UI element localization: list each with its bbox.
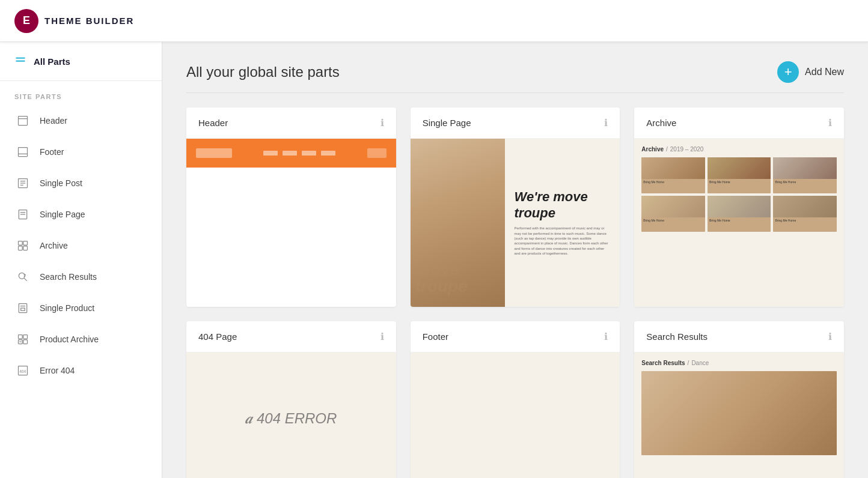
- single-product-label: Single Product: [40, 303, 94, 313]
- card-preview-footer: [411, 352, 620, 478]
- info-icon-single-page[interactable]: ℹ: [604, 117, 608, 129]
- all-parts-nav-item[interactable]: All Parts: [0, 42, 162, 81]
- footer-label: Footer: [40, 147, 64, 157]
- archive-item-4: Bring Me Home: [641, 196, 705, 232]
- sidebar-item-footer[interactable]: Footer: [0, 136, 162, 168]
- card-title-header: Header: [198, 118, 228, 128]
- preview-logo: [196, 148, 232, 158]
- logo-icon: E: [14, 9, 38, 33]
- add-new-label: Add New: [805, 67, 844, 77]
- svg-point-17: [19, 273, 25, 279]
- archive-preview: Archive / 2019 – 2020 Bring Me Home Brin…: [634, 139, 844, 307]
- archive-img-5: [708, 196, 771, 217]
- svg-rect-15: [19, 246, 23, 250]
- svg-rect-13: [19, 241, 23, 246]
- card-header-search-results: Search Results ℹ: [634, 321, 844, 352]
- card-title-footer: Footer: [423, 331, 448, 342]
- single-page-preview: We're move troupe Performed with the acc…: [411, 139, 620, 307]
- search-results-icon: [14, 268, 31, 285]
- svg-line-18: [24, 278, 27, 281]
- sidebar-item-archive[interactable]: Archive: [0, 230, 162, 261]
- archive-item-5: Bring Me Home: [708, 196, 771, 232]
- header-label: Header: [40, 116, 67, 126]
- single-page-icon: [14, 206, 31, 223]
- info-icon-404[interactable]: ℹ: [381, 331, 384, 342]
- svg-rect-25: [23, 335, 28, 339]
- card-header-single-page: Single Page ℹ: [411, 107, 620, 139]
- app-title: THEME BUILDER: [44, 16, 134, 26]
- card-title-single-page: Single Page: [423, 118, 471, 128]
- add-new-button[interactable]: + Add New: [777, 61, 844, 83]
- sidebar-item-error-404[interactable]: 404 Error 404: [0, 355, 162, 386]
- error-404-icon: 404: [14, 362, 31, 379]
- 404-preview: 𝒂 404 ERROR: [186, 352, 396, 478]
- card-preview-404: 𝒂 404 ERROR: [186, 352, 396, 478]
- layout: All Parts SITE PARTS Header Footer: [0, 0, 868, 478]
- svg-rect-14: [23, 241, 28, 246]
- card-header-header: Header ℹ: [186, 107, 396, 139]
- archive-item-1: Bring Me Home: [641, 157, 705, 193]
- single-post-icon: [14, 175, 31, 192]
- footer-card[interactable]: Footer ℹ: [411, 321, 620, 478]
- search-results-preview: Search Results / Dance: [634, 352, 844, 478]
- card-title-404: 404 Page: [198, 331, 237, 342]
- sidebar-item-header[interactable]: Header: [0, 105, 162, 136]
- preview-nav: [263, 151, 335, 156]
- archive-img-3: [773, 157, 837, 179]
- error-404-label: Error 404: [40, 366, 75, 375]
- info-icon-search-results[interactable]: ℹ: [828, 331, 832, 342]
- single-post-label: Single Post: [40, 178, 82, 188]
- card-preview-single-page: We're move troupe Performed with the acc…: [411, 139, 620, 307]
- hamburger-icon: [14, 54, 26, 68]
- header-card[interactable]: Header ℹ: [186, 107, 396, 307]
- nav-dot-4: [321, 151, 335, 156]
- card-header-404: 404 Page ℹ: [186, 321, 396, 352]
- svg-rect-16: [23, 246, 28, 250]
- archive-grid: Bring Me Home Bring Me Home Bring Me Hom…: [641, 157, 837, 232]
- svg-rect-24: [19, 335, 23, 339]
- archive-item-6: Bring Me Home: [773, 196, 837, 232]
- product-archive-label: Product Archive: [40, 334, 99, 344]
- sidebar-item-single-product[interactable]: Single Product: [0, 292, 162, 324]
- preview-watermark: movetroupe: [415, 261, 468, 295]
- archive-icon: [14, 237, 31, 254]
- site-parts-section-label: SITE PARTS: [0, 81, 162, 105]
- archive-img-4: [641, 196, 705, 217]
- svg-rect-4: [19, 148, 28, 157]
- cards-grid: Header ℹ: [186, 107, 844, 478]
- main-header: All your global site parts + Add New: [186, 61, 844, 93]
- info-icon-archive[interactable]: ℹ: [828, 117, 832, 129]
- info-icon-header[interactable]: ℹ: [381, 117, 384, 129]
- nav-dot-1: [263, 151, 278, 156]
- single-page-card[interactable]: Single Page ℹ We're move troupe Performe…: [411, 107, 620, 307]
- archive-item-3: Bring Me Home: [773, 157, 837, 193]
- search-results-label: Search Results: [40, 272, 97, 282]
- nav-dot-2: [283, 151, 297, 156]
- sidebar: All Parts SITE PARTS Header Footer: [0, 42, 162, 478]
- search-title-bar: Search Results / Dance: [641, 360, 837, 366]
- archive-label: Archive: [40, 241, 68, 250]
- all-parts-label: All Parts: [34, 56, 70, 67]
- search-results-card[interactable]: Search Results ℹ Search Results / Dance: [634, 321, 844, 478]
- archive-item-2: Bring Me Home: [708, 157, 771, 193]
- sidebar-item-single-page[interactable]: Single Page: [0, 199, 162, 230]
- sidebar-item-product-archive[interactable]: Product Archive: [0, 324, 162, 355]
- svg-text:404: 404: [19, 369, 26, 374]
- card-header-archive: Archive ℹ: [634, 107, 844, 139]
- card-preview-search-results: Search Results / Dance: [634, 352, 844, 478]
- card-preview-archive: Archive / 2019 – 2020 Bring Me Home Brin…: [634, 139, 844, 307]
- single-page-label: Single Page: [40, 210, 85, 219]
- info-icon-footer[interactable]: ℹ: [604, 331, 608, 342]
- sidebar-item-search-results[interactable]: Search Results: [0, 261, 162, 292]
- card-header-footer: Footer ℹ: [411, 321, 620, 352]
- archive-img-2: [708, 157, 771, 179]
- search-preview-img: [641, 371, 837, 455]
- sidebar-item-single-post[interactable]: Single Post: [0, 168, 162, 199]
- card-title-archive: Archive: [646, 118, 676, 128]
- nav-dot-3: [302, 151, 316, 156]
- header-preview-bar: [186, 139, 396, 168]
- svg-rect-27: [23, 340, 28, 344]
- archive-card[interactable]: Archive ℹ Archive / 2019 – 2020 Bring Me…: [634, 107, 844, 307]
- archive-img-6: [773, 196, 837, 217]
- 404-card[interactable]: 404 Page ℹ 𝒂 404 ERROR: [186, 321, 396, 478]
